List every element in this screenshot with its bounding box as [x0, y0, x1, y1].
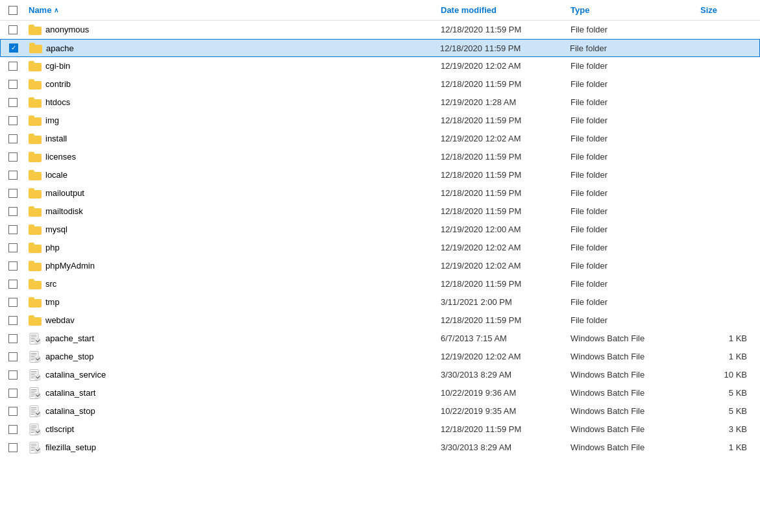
row-name-cell: install [26, 132, 435, 145]
row-checkbox-cell [0, 134, 26, 143]
row-type: File folder [565, 42, 694, 54]
row-name-text: htdocs [45, 97, 70, 107]
table-row[interactable]: img12/18/2020 11:59 PMFile folder [0, 112, 760, 130]
svg-rect-41 [35, 429, 40, 435]
row-name-cell: apache_stop [26, 349, 435, 365]
row-date: 12/19/2020 12:02 AM [435, 132, 565, 145]
svg-rect-29 [31, 407, 37, 408]
row-type: File folder [565, 78, 695, 90]
row-checkbox[interactable] [8, 370, 18, 380]
folder-icon [29, 279, 42, 289]
row-size [695, 247, 760, 249]
row-checkbox[interactable] [8, 25, 18, 34]
table-row[interactable]: locale12/18/2020 11:59 PMFile folder [0, 166, 760, 184]
table-header: Name ∧ Date modified Type Size [0, 0, 760, 21]
row-checkbox[interactable] [8, 225, 18, 234]
row-date: 12/18/2020 11:59 PM [435, 42, 565, 54]
row-size: 5 KB [695, 405, 760, 417]
svg-rect-31 [31, 411, 35, 411]
table-row[interactable]: cgi-bin12/19/2020 12:02 AMFile folder [0, 57, 760, 75]
table-row[interactable]: filezilla_setup3/30/2013 8:29 AMWindows … [0, 439, 760, 457]
row-checkbox-cell [0, 316, 26, 325]
table-row[interactable]: licenses12/18/2020 11:59 PMFile folder [0, 148, 760, 166]
svg-rect-23 [31, 391, 37, 391]
row-checkbox[interactable] [8, 334, 18, 343]
row-checkbox[interactable] [8, 152, 18, 162]
table-row[interactable]: install12/19/2020 12:02 AMFile folder [0, 130, 760, 148]
svg-rect-46 [31, 448, 36, 449]
row-checkbox[interactable] [8, 80, 18, 89]
row-checkbox[interactable] [8, 207, 18, 216]
table-row[interactable]: ctlscript12/18/2020 11:59 PMWindows Batc… [0, 420, 760, 439]
table-row[interactable]: apache_stop12/19/2020 12:02 AMWindows Ba… [0, 348, 760, 366]
table-row[interactable]: catalina_service3/30/2013 8:29 AMWindows… [0, 366, 760, 384]
select-all-checkbox[interactable] [8, 6, 18, 15]
row-checkbox[interactable] [9, 43, 18, 53]
table-row[interactable]: mysql12/19/2020 12:00 AMFile folder [0, 221, 760, 239]
row-name-cell: mailtodisk [26, 205, 435, 218]
table-row[interactable]: php12/19/2020 12:02 AMFile folder [0, 239, 760, 257]
row-checkbox[interactable] [8, 352, 18, 361]
table-row[interactable]: webdav12/18/2020 11:59 PMFile folder [0, 311, 760, 330]
svg-rect-32 [31, 412, 36, 413]
row-name-text: php [45, 243, 60, 252]
row-date: 12/18/2020 11:59 PM [435, 78, 565, 90]
table-row[interactable]: htdocs12/19/2020 1:28 AMFile folder [0, 93, 760, 112]
table-row[interactable]: apache12/18/2020 11:59 PMFile folder [0, 39, 760, 57]
svg-rect-27 [35, 393, 40, 398]
row-checkbox-cell [0, 152, 26, 162]
row-checkbox[interactable] [8, 316, 18, 325]
row-checkbox[interactable] [8, 425, 18, 434]
header-name[interactable]: Name ∧ [26, 3, 435, 18]
folder-icon [29, 297, 42, 308]
row-checkbox[interactable] [8, 98, 18, 107]
row-checkbox[interactable] [8, 134, 18, 143]
batch-file-icon [29, 332, 42, 345]
row-checkbox[interactable] [8, 407, 18, 416]
table-row[interactable]: anonymous12/18/2020 11:59 PMFile folder [0, 21, 760, 39]
row-checkbox[interactable] [8, 261, 18, 271]
header-date[interactable]: Date modified [435, 3, 565, 18]
row-checkbox[interactable] [8, 280, 18, 289]
table-row[interactable]: contrib12/18/2020 11:59 PMFile folder [0, 75, 760, 93]
row-type: File folder [565, 314, 695, 326]
row-name-cell: locale [26, 169, 435, 182]
row-checkbox[interactable] [8, 389, 18, 398]
row-checkbox[interactable] [8, 298, 18, 307]
row-size [695, 83, 760, 86]
row-checkbox[interactable] [8, 189, 18, 198]
row-checkbox[interactable] [8, 443, 18, 452]
table-row[interactable]: catalina_start10/22/2019 9:36 AMWindows … [0, 384, 760, 402]
table-row[interactable]: tmp3/11/2021 2:00 PMFile folder [0, 293, 760, 311]
svg-rect-15 [31, 371, 37, 372]
row-size [695, 210, 760, 213]
table-row[interactable]: mailoutput12/18/2020 11:59 PMFile folder [0, 184, 760, 202]
row-size [695, 265, 760, 267]
row-type: File folder [565, 187, 695, 199]
table-row[interactable]: apache_start6/7/2013 7:15 AMWindows Batc… [0, 330, 760, 348]
row-date: 12/19/2020 12:00 AM [435, 223, 565, 236]
row-type: File folder [565, 151, 695, 163]
row-checkbox[interactable] [8, 116, 18, 125]
rows-container: anonymous12/18/2020 11:59 PMFile foldera… [0, 21, 760, 457]
header-size[interactable]: Size [695, 3, 760, 18]
folder-icon [29, 224, 42, 235]
row-checkbox[interactable] [8, 171, 18, 180]
row-name-text: ctlscript [45, 424, 74, 434]
table-row[interactable]: phpMyAdmin12/19/2020 12:02 AMFile folder [0, 257, 760, 275]
row-checkbox[interactable] [8, 62, 18, 71]
table-row[interactable]: catalina_stop10/22/2019 9:35 AMWindows B… [0, 402, 760, 420]
row-checkbox[interactable] [8, 243, 18, 252]
svg-rect-36 [31, 426, 37, 426]
row-type: File folder [565, 205, 695, 217]
row-name-cell: catalina_start [26, 385, 435, 401]
batch-file-icon [29, 405, 42, 418]
svg-rect-12 [31, 359, 34, 360]
batch-file-icon [29, 350, 42, 363]
header-type[interactable]: Type [565, 3, 695, 18]
row-checkbox-cell [0, 80, 26, 89]
row-date: 12/19/2020 12:02 AM [435, 60, 565, 72]
table-row[interactable]: mailtodisk12/18/2020 11:59 PMFile folder [0, 202, 760, 221]
table-row[interactable]: src12/18/2020 11:59 PMFile folder [0, 275, 760, 293]
row-size [695, 138, 760, 140]
